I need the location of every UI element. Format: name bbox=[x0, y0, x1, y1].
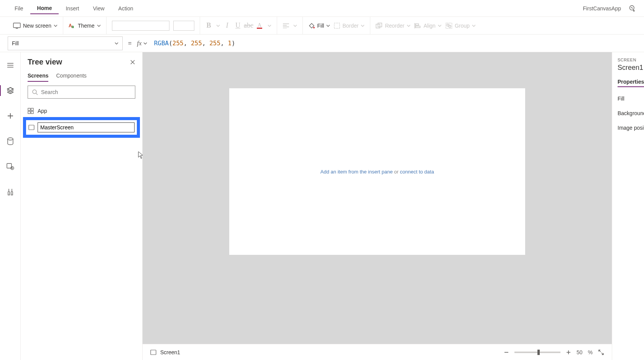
tree-view-button[interactable] bbox=[3, 84, 17, 97]
layers-icon bbox=[7, 87, 14, 94]
props-object-name: Screen1 bbox=[618, 64, 639, 72]
props-row-image-position[interactable]: Image posit bbox=[618, 125, 639, 131]
strikethrough-button[interactable]: abc bbox=[245, 22, 252, 29]
property-selector[interactable]: Fill bbox=[8, 36, 123, 50]
svg-rect-7 bbox=[334, 23, 340, 28]
close-panel-button[interactable] bbox=[130, 59, 135, 65]
border-button[interactable]: Border bbox=[334, 23, 365, 29]
chevron-down-icon bbox=[293, 24, 297, 28]
paint-bucket-icon bbox=[308, 22, 315, 29]
menu-view[interactable]: View bbox=[86, 3, 111, 14]
formula-input[interactable]: RGBA(255, 255, 255, 1) bbox=[153, 38, 636, 48]
insert-pane-link[interactable]: Add an item from the insert pane bbox=[320, 169, 393, 175]
svg-text:A: A bbox=[258, 22, 262, 28]
align-label: Align bbox=[424, 23, 435, 29]
reorder-button[interactable]: Reorder bbox=[376, 23, 411, 29]
menu-action[interactable]: Action bbox=[112, 3, 140, 14]
theme-button[interactable]: Aa Theme bbox=[69, 23, 101, 29]
screen-icon bbox=[28, 125, 34, 130]
menu-home[interactable]: Home bbox=[30, 3, 59, 14]
props-row-background[interactable]: Background bbox=[618, 110, 639, 116]
app-icon bbox=[28, 108, 34, 114]
search-icon bbox=[32, 89, 38, 95]
chevron-down-icon bbox=[326, 24, 330, 28]
canvas[interactable]: Add an item from the insert pane or conn… bbox=[229, 88, 525, 255]
svg-rect-21 bbox=[28, 111, 30, 114]
media-button[interactable] bbox=[3, 160, 17, 173]
tree-item-app[interactable]: App bbox=[21, 105, 142, 117]
svg-text:a: a bbox=[72, 25, 74, 29]
fill-label: Fill bbox=[317, 23, 324, 29]
border-icon bbox=[334, 23, 340, 29]
chevron-down-icon bbox=[97, 24, 101, 28]
svg-rect-24 bbox=[151, 350, 156, 355]
app-name-label: FirstCanvasApp bbox=[583, 5, 621, 12]
tab-components[interactable]: Components bbox=[56, 70, 86, 82]
zoom-out-button[interactable] bbox=[504, 350, 509, 355]
canvas-hint: Add an item from the insert pane or conn… bbox=[320, 169, 434, 175]
font-size-select[interactable] bbox=[173, 21, 194, 31]
tree-view-title: Tree view bbox=[28, 58, 62, 66]
theme-icon: Aa bbox=[69, 23, 76, 29]
formula-arg-0: 255 bbox=[172, 40, 184, 47]
tree-item-app-label: App bbox=[38, 108, 47, 114]
group-button[interactable]: Group bbox=[445, 23, 476, 29]
fit-to-window-button[interactable] bbox=[598, 349, 604, 355]
canvas-hint-mid: or bbox=[393, 169, 400, 175]
search-box[interactable] bbox=[28, 86, 135, 99]
expand-icon bbox=[598, 349, 604, 355]
zoom-in-button[interactable] bbox=[566, 350, 571, 355]
ribbon-toolbar: New screen Aa Theme B I U abc A Fill bbox=[0, 17, 644, 35]
svg-rect-22 bbox=[31, 111, 33, 114]
chevron-down-icon bbox=[54, 24, 58, 28]
font-color-button[interactable]: A bbox=[256, 22, 264, 30]
new-screen-button[interactable]: New screen bbox=[13, 23, 58, 29]
props-tab-properties[interactable]: Properties bbox=[618, 79, 644, 87]
bold-button[interactable]: B bbox=[205, 22, 212, 29]
status-screen-name: Screen1 bbox=[160, 349, 180, 355]
menu-insert[interactable]: Insert bbox=[59, 3, 86, 14]
chevron-down-icon bbox=[472, 24, 476, 28]
database-icon bbox=[7, 137, 14, 145]
tree-item-selected bbox=[23, 117, 140, 138]
svg-rect-1 bbox=[13, 23, 20, 28]
formula-bar: Fill = fx RGBA(255, 255, 255, 1) bbox=[0, 35, 644, 52]
minus-icon bbox=[504, 350, 509, 355]
fx-text: fx bbox=[137, 40, 141, 47]
svg-rect-20 bbox=[31, 108, 33, 111]
menu-file[interactable]: File bbox=[8, 3, 30, 14]
screen-rename-input[interactable] bbox=[38, 122, 135, 132]
font-family-select[interactable] bbox=[112, 21, 169, 31]
group-label: Group bbox=[455, 23, 470, 29]
chevron-down-icon bbox=[268, 24, 271, 28]
formula-fn: RGBA bbox=[154, 40, 169, 47]
svg-point-15 bbox=[8, 138, 13, 140]
tree-view-panel: Tree view Screens Components App bbox=[21, 52, 143, 360]
props-row-fill[interactable]: Fill bbox=[618, 96, 639, 102]
fill-button[interactable]: Fill bbox=[308, 22, 330, 29]
data-button[interactable] bbox=[3, 134, 17, 148]
chevron-down-icon bbox=[216, 24, 220, 28]
status-bar: Screen1 50 % bbox=[143, 344, 612, 360]
text-align-button[interactable] bbox=[283, 23, 289, 28]
tab-screens[interactable]: Screens bbox=[28, 70, 48, 82]
fx-button[interactable]: fx bbox=[137, 40, 147, 47]
zoom-unit: % bbox=[588, 349, 593, 355]
media-icon bbox=[7, 163, 14, 170]
svg-rect-13 bbox=[447, 24, 449, 26]
zoom-thumb[interactable] bbox=[537, 350, 540, 355]
group-icon bbox=[445, 23, 452, 29]
advanced-tools-button[interactable] bbox=[3, 185, 17, 199]
svg-rect-11 bbox=[416, 26, 420, 28]
hamburger-button[interactable] bbox=[3, 58, 17, 72]
connect-data-link[interactable]: connect to data bbox=[400, 169, 434, 175]
underline-button[interactable]: U bbox=[235, 22, 242, 29]
search-input[interactable] bbox=[41, 89, 131, 95]
zoom-slider[interactable] bbox=[514, 352, 560, 353]
app-checker-icon[interactable] bbox=[629, 5, 636, 12]
screen-icon bbox=[13, 23, 21, 29]
align-button[interactable]: Align bbox=[414, 23, 442, 29]
italic-button[interactable]: I bbox=[224, 22, 231, 29]
svg-rect-14 bbox=[449, 25, 451, 27]
insert-button[interactable] bbox=[3, 109, 17, 123]
